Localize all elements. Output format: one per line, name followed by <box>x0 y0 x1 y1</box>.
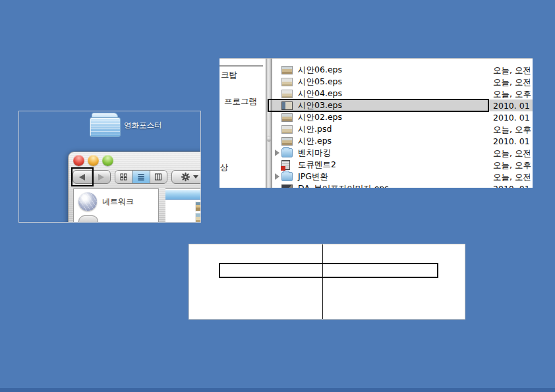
psd-thumbnail-icon <box>281 125 293 134</box>
photo-thumbnail[interactable] <box>195 213 201 223</box>
column-view-icon <box>154 173 162 181</box>
file-date: 2010. 01 <box>493 184 530 188</box>
file-row[interactable]: 시안05.eps 오늘, 오전 <box>272 76 533 88</box>
column-header[interactable] <box>165 190 201 200</box>
file-date: 오늘, 오후 <box>493 125 531 136</box>
eps-thumbnail-icon <box>281 101 293 110</box>
file-date: 오늘, 오전 <box>493 172 531 183</box>
list-view-icon <box>137 173 145 181</box>
minimize-button[interactable] <box>88 155 99 166</box>
disclosure-slot <box>272 173 281 180</box>
forward-button[interactable] <box>92 171 111 183</box>
traffic-lights <box>73 155 113 166</box>
sidebar-item-movies[interactable]: 상 <box>220 162 229 173</box>
file-row[interactable]: DA_붙어표지이미지.eps 2010. 01 <box>272 182 533 188</box>
network-label: 네트워크 <box>102 196 134 208</box>
disclosure-triangle-icon[interactable] <box>275 150 279 156</box>
file-row[interactable]: 도큐멘트2 오늘, 오후 <box>272 159 533 171</box>
icon-view-icon <box>120 173 127 181</box>
sidebar-item-applications[interactable]: 프로그램 <box>224 96 257 107</box>
sidebar-item-network[interactable]: 네트워크 <box>78 192 158 211</box>
file-date: 오늘, 오전 <box>493 77 531 88</box>
screenshot-fragment-finder: 영화포스터 <box>18 111 201 223</box>
screenshot-fragment-filelist: 크탑 프로그램 상 시안06.eps 오늘, 오전 시안05.eps 오늘, 오… <box>219 58 533 188</box>
file-name: 시안.psd <box>298 124 332 135</box>
folder-icon-front <box>90 117 121 137</box>
file-date: 2010. 01 <box>493 136 530 146</box>
file-date: 오늘, 오후 <box>493 160 531 171</box>
back-button-highlight-rectangle <box>71 167 94 186</box>
sidebar-item-desktop[interactable]: 크탑 <box>221 70 237 81</box>
desktop-bottom-strip <box>0 388 555 392</box>
eps-thumbnail-icon <box>281 66 293 74</box>
sidebar-resize-divider[interactable] <box>266 59 272 188</box>
divider-knob[interactable] <box>267 136 271 142</box>
vertical-guide-line <box>322 244 323 319</box>
file-row-selected[interactable]: 시안03.eps 2010. 01 <box>272 99 533 111</box>
filelist-sidebar: 크탑 프로그램 상 <box>219 59 266 188</box>
finder-window: 네트워크 <box>68 152 201 223</box>
file-name: DA_붙어표지이미지.eps <box>298 183 389 188</box>
forward-icon <box>98 174 104 181</box>
file-list: 시안06.eps 오늘, 오전 시안05.eps 오늘, 오전 시안04.eps… <box>272 59 533 188</box>
finder-window-content: 네트워크 <box>73 188 201 223</box>
zoom-button[interactable] <box>102 155 113 166</box>
folder-icon <box>281 172 293 181</box>
chevron-down-icon <box>193 175 198 179</box>
view-mode-group <box>115 170 167 184</box>
file-name: 시안04.eps <box>298 88 342 99</box>
network-globe-icon <box>78 192 97 211</box>
sidebar-separator <box>219 65 263 67</box>
file-name: 시안.eps <box>298 136 332 147</box>
column-view-button[interactable] <box>150 171 167 183</box>
file-date: 오늘, 오후 <box>493 89 531 100</box>
file-row[interactable]: 벤치마킹 오늘, 오전 <box>272 147 533 159</box>
file-row[interactable]: 시안.eps 2010. 01 <box>272 135 533 147</box>
file-name: 시안03.eps <box>298 100 342 111</box>
file-name: 시안05.eps <box>298 76 342 88</box>
close-button[interactable] <box>73 155 84 166</box>
file-date: 2010. 01 <box>493 113 530 123</box>
sidebar-divider[interactable] <box>159 188 165 223</box>
file-name: JPG변환 <box>298 171 328 182</box>
document-canvas <box>189 244 465 320</box>
finder-sidebar: 네트워크 <box>73 188 159 223</box>
folder-label: 영화포스터 <box>124 121 162 130</box>
drawn-rectangle <box>219 263 438 278</box>
file-name: 시안06.eps <box>298 65 342 76</box>
photo-thumbnail[interactable] <box>195 202 201 211</box>
eps-thumbnail-icon <box>281 78 293 86</box>
gear-icon <box>181 172 190 182</box>
eps-thumbnail-icon <box>281 137 293 146</box>
folder-icon <box>89 112 122 138</box>
eps-thumbnail-icon <box>281 113 293 122</box>
file-row[interactable]: 시안04.eps 오늘, 오후 <box>272 88 533 99</box>
file-row[interactable]: 시안02.eps 2010. 01 <box>272 111 533 123</box>
eps-thumbnail-icon <box>281 184 293 188</box>
action-menu-button[interactable] <box>171 170 201 184</box>
hard-disk-icon[interactable] <box>78 215 98 223</box>
file-row[interactable]: JPG변환 오늘, 오전 <box>272 171 533 182</box>
file-name: 도큐멘트2 <box>298 159 336 171</box>
icon-view-button[interactable] <box>115 171 132 183</box>
file-date: 오늘, 오전 <box>493 148 531 159</box>
finder-content-area <box>165 188 201 223</box>
file-date: 2010. 01 <box>493 101 530 111</box>
file-date: 오늘, 오전 <box>493 65 531 76</box>
document-icon <box>281 160 290 170</box>
desktop-folder[interactable]: 영화포스터 <box>89 112 188 140</box>
file-row[interactable]: 시안06.eps 오늘, 오전 <box>272 64 533 76</box>
file-name: 벤치마킹 <box>298 148 331 159</box>
folder-icon <box>281 148 293 157</box>
file-name: 시안02.eps <box>298 112 342 123</box>
eps-thumbnail-icon <box>281 90 293 98</box>
list-view-button[interactable] <box>132 171 149 183</box>
disclosure-slot <box>272 150 281 156</box>
disclosure-triangle-icon[interactable] <box>275 173 279 180</box>
file-row[interactable]: 시안.psd 오늘, 오후 <box>272 123 533 135</box>
